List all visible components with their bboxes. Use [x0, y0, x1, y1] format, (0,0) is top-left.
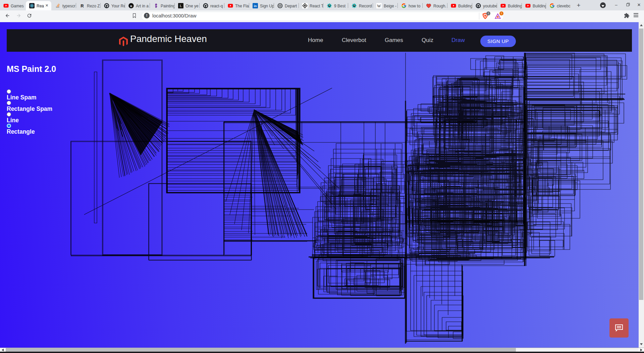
svg-text:L: L — [180, 4, 182, 8]
svg-text:in: in — [254, 4, 257, 8]
svg-text:W: W — [377, 4, 381, 8]
svg-text:n: n — [130, 4, 132, 8]
